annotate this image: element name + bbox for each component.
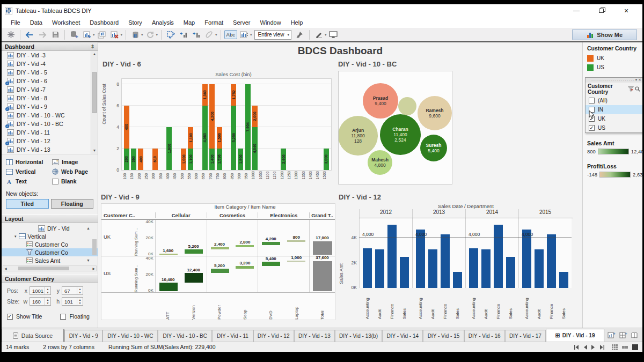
presentation-mode-button[interactable] — [327, 29, 339, 40]
bar-uk[interactable]: 1,100 — [188, 127, 193, 149]
new-story-tab-icon[interactable] — [631, 331, 639, 339]
bar-2013-finance[interactable] — [441, 234, 450, 288]
sidebar-item-diy-vid-9[interactable]: ✓DIY - Vid - 9 — [2, 102, 90, 111]
sidebar-item-diy-vid-10-wc[interactable]: DIY - Vid - 10 - WC — [2, 111, 90, 120]
bar-uk[interactable]: 1,596 — [217, 127, 222, 149]
bar-2012-accounting[interactable] — [363, 248, 372, 288]
segment-bar-dvd[interactable] — [262, 262, 280, 266]
bar-2014-finance[interactable] — [494, 225, 503, 288]
sidebar-item-diy-vid-4[interactable]: DIY - Vid -4 — [2, 60, 90, 68]
segment-bar-powder[interactable] — [211, 247, 229, 249]
filter-drag-handle[interactable]: ······················· ▾ ✕ — [586, 78, 642, 83]
clear-sheet-button[interactable] — [109, 29, 121, 40]
menu-worksheet[interactable]: Worksheet — [47, 18, 85, 27]
tab-diy-vid-15[interactable]: DIY - Vid - 15 — [423, 330, 464, 342]
menu-window[interactable]: Window — [255, 18, 286, 27]
bar-us[interactable]: 4,080 — [202, 106, 208, 170]
layout-tree-item-customer-co[interactable]: Customer Co — [2, 248, 98, 256]
add-data-button[interactable]: + — [68, 29, 80, 40]
fit-axes-caret[interactable]: ▾ — [250, 33, 252, 37]
chevron-down-icon[interactable]: ▼ — [86, 258, 98, 262]
object-vertical[interactable]: Vertical — [6, 167, 52, 176]
bubble-prasad[interactable]: Prasad9,400 — [363, 83, 398, 119]
redo-button[interactable] — [36, 29, 48, 40]
tab-diy-vid-13-b-[interactable]: DIY - Vid - 13(b) — [335, 330, 382, 342]
tab-diy-vid-17[interactable]: DIY - Vid - 17 — [505, 330, 546, 342]
save-button[interactable] — [49, 29, 61, 40]
prev-page-icon[interactable] — [583, 345, 587, 350]
swap-axes-button[interactable] — [165, 29, 177, 40]
stepper-arrows-icon[interactable]: ▲▼ — [77, 298, 83, 305]
bubble-unlabeled[interactable] — [398, 97, 416, 115]
new-worksheet-button[interactable]: + — [81, 29, 93, 40]
menu-dashboard[interactable]: Dashboard — [85, 18, 123, 27]
bubble-arjun[interactable]: Arjun11,800128 — [338, 116, 378, 156]
bar-uk[interactable]: 400 — [138, 149, 143, 170]
bar-us[interactable]: 360 — [131, 149, 136, 170]
menu-analysis[interactable]: Analysis — [147, 18, 179, 27]
menu-format[interactable]: Format — [200, 18, 228, 27]
sheet-sorter-view-icon[interactable] — [632, 344, 638, 350]
sidebar-item-diy-vid-5[interactable]: DIY - Vid - 5 — [2, 68, 90, 77]
duplicate-sheet-button[interactable] — [96, 29, 108, 40]
sidebar-item-diy-vid-8[interactable]: DIY - Vid - 8 — [2, 94, 90, 102]
segment-bar-soap[interactable] — [236, 266, 254, 269]
bar-us[interactable]: 200 — [124, 149, 129, 170]
show-tabs-view-icon[interactable] — [612, 344, 618, 350]
menu-server[interactable]: Server — [228, 18, 255, 27]
segment-bar-powder[interactable] — [211, 269, 229, 273]
tab-diy-vid-13[interactable]: DIY - Vid - 13 — [294, 330, 335, 342]
bar-uk[interactable]: 1,752 — [231, 84, 236, 106]
stepper-arrows-icon[interactable]: ▲▼ — [45, 298, 50, 305]
size-h-stepper[interactable]: 101▲▼ — [62, 297, 83, 306]
segment-bar-laptop[interactable] — [287, 240, 305, 242]
bar-uk[interactable]: 1,360 — [202, 84, 208, 106]
tab-diy-vid-19[interactable]: ⊞DIY - Vid - 19 — [546, 329, 604, 342]
chevron-down-icon[interactable]: ▾ — [14, 234, 17, 239]
scroll-down-icon[interactable]: ▼ — [93, 147, 97, 154]
segment-bar-laptop[interactable] — [287, 261, 305, 262]
last-page-icon[interactable] — [599, 345, 604, 350]
bar-us[interactable]: 1,100 — [188, 149, 193, 170]
data-source-button[interactable] — [129, 29, 141, 40]
country-filter-card[interactable]: ······················· ▾ ✕ Customer Cou… — [585, 77, 642, 133]
object-image[interactable]: Image — [52, 157, 98, 167]
bar-2014-accounting[interactable] — [469, 248, 478, 288]
new-worksheet-caret[interactable]: ▾ — [93, 33, 95, 37]
filter-option-us[interactable]: ✓US — [586, 123, 642, 132]
bubble-charan[interactable]: Charan11,4002,524 — [380, 114, 421, 155]
bar-2012-audit[interactable] — [375, 249, 384, 288]
clear-sheet-caret[interactable]: ▾ — [121, 33, 123, 37]
bubble-suresh[interactable]: Suresh5,400 — [420, 135, 447, 161]
tiled-button[interactable]: Tiled — [6, 199, 49, 209]
bar-uk[interactable]: 2,000 — [252, 106, 258, 127]
data-source-caret[interactable]: ▾ — [141, 33, 143, 37]
refresh-button[interactable] — [144, 29, 156, 40]
floating-checkbox[interactable] — [60, 314, 66, 320]
sort-descending-button[interactable]: + — [191, 29, 202, 40]
filter-option-in[interactable]: IN — [586, 105, 642, 114]
sidebar-item-diy-vid-6[interactable]: ✓DIY - Vid - 6 — [2, 77, 90, 85]
tab-diy-vid-10-wc[interactable]: DIY - Vid - 10 - WC — [103, 330, 158, 342]
pos-x-stepper[interactable]: 1001▲▼ — [30, 286, 51, 295]
hscroll-thumb[interactable] — [18, 267, 69, 270]
filter-card-controls[interactable]: ▾ ✕ — [635, 78, 641, 82]
fit-axes-button[interactable] — [238, 29, 250, 40]
bar-us[interactable]: 1,600 — [166, 127, 172, 170]
sales-amt-gradient[interactable] — [598, 149, 629, 154]
bar-2015-finance[interactable] — [547, 234, 556, 288]
filter-checkbox[interactable]: ✓ — [589, 125, 595, 131]
bar-2015-sales[interactable] — [559, 272, 568, 288]
reference-line[interactable] — [359, 238, 572, 238]
sidebar-item-diy-vid-13[interactable]: DIY - Vid - 13 — [2, 145, 90, 154]
profit-loss-gradient[interactable] — [599, 172, 631, 178]
restore-button[interactable] — [598, 8, 606, 14]
segment-bar-dvd[interactable] — [262, 242, 280, 245]
bar-uk[interactable]: 4,200 — [209, 84, 215, 149]
minimize-button[interactable] — [573, 8, 580, 14]
bar-us[interactable]: 2,400 — [281, 149, 286, 170]
bar-us[interactable]: 3,000 — [324, 149, 329, 170]
bar-uk[interactable]: 610 — [152, 149, 158, 170]
bubble-mahesh[interactable]: Mahesh4,800 — [368, 150, 392, 175]
tree-scrollbar-thumb[interactable] — [92, 239, 97, 255]
